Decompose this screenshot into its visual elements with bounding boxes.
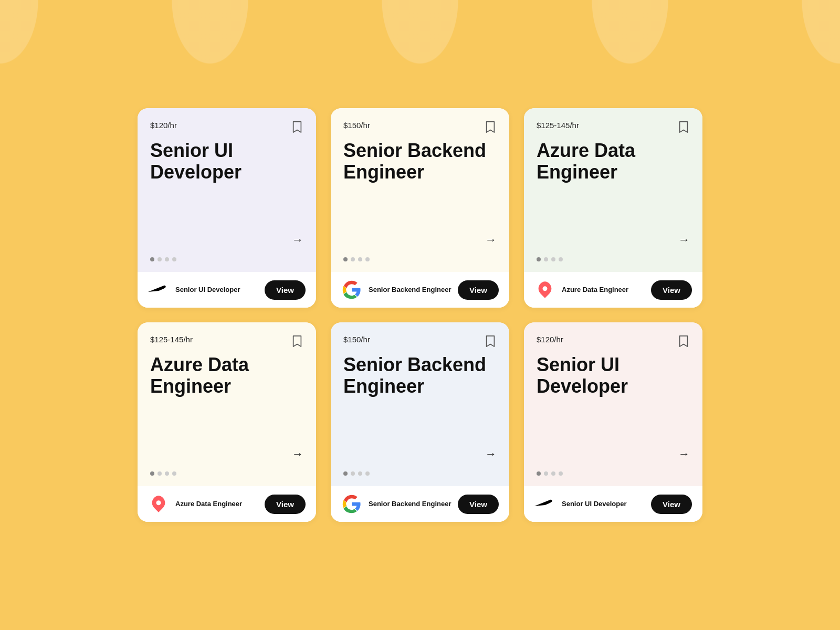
bookmark-icon[interactable]: [291, 335, 303, 348]
job-card-4: $125-145/hr Azure Data Engineer → Azure …: [138, 322, 316, 522]
dot-3: [365, 471, 370, 476]
company-info: Azure Data Engineer: [175, 500, 258, 509]
card-bottom: Senior UI Developer View: [524, 486, 702, 522]
company-logo: [148, 494, 169, 514]
bookmark-icon[interactable]: [677, 335, 690, 348]
arrow-icon[interactable]: →: [485, 233, 497, 247]
dot-0: [537, 257, 541, 261]
view-button[interactable]: View: [458, 495, 499, 514]
card-title: Azure Data Engineer: [150, 354, 303, 461]
card-title: Senior Backend Engineer: [343, 140, 497, 247]
dot-3: [559, 257, 563, 261]
dot-2: [358, 471, 362, 476]
card-title: Senior UI Developer: [150, 140, 303, 247]
job-card-5: $150/hr Senior Backend Engineer → Senior…: [331, 322, 509, 522]
card-dots: [343, 251, 497, 264]
dot-1: [351, 257, 355, 261]
arrow-icon[interactable]: →: [678, 447, 690, 461]
dot-1: [544, 257, 548, 261]
card-title: Senior Backend Engineer: [343, 354, 497, 461]
dot-0: [537, 471, 541, 476]
company-info: Senior UI Developer: [175, 286, 258, 295]
company-job-title: Senior UI Developer: [562, 500, 645, 509]
dot-0: [343, 257, 348, 261]
card-rate: $120/hr: [537, 335, 563, 344]
dot-3: [172, 471, 176, 476]
company-logo: [534, 494, 555, 514]
card-rate: $150/hr: [343, 121, 370, 130]
card-bottom: Senior UI Developer View: [138, 272, 316, 308]
company-info: Azure Data Engineer: [562, 286, 645, 295]
arrow-icon[interactable]: →: [292, 447, 303, 461]
job-card-3: $125-145/hr Azure Data Engineer → Azure …: [524, 108, 702, 308]
company-job-title: Azure Data Engineer: [562, 286, 645, 295]
card-rate: $125-145/hr: [537, 121, 579, 130]
company-job-title: Senior UI Developer: [175, 286, 258, 295]
card-header: $125-145/hr: [537, 121, 690, 133]
job-card-6: $120/hr Senior UI Developer → Senior UI …: [524, 322, 702, 522]
dot-2: [551, 471, 555, 476]
company-job-title: Senior Backend Engineer: [369, 286, 452, 295]
card-dots: [537, 465, 690, 478]
dot-2: [551, 257, 555, 261]
card-dots: [537, 251, 690, 264]
company-logo: [341, 279, 362, 300]
company-info: Senior Backend Engineer: [369, 286, 452, 295]
card-dots: [343, 465, 497, 478]
view-button[interactable]: View: [265, 280, 306, 300]
dot-3: [365, 257, 370, 261]
dot-3: [172, 257, 176, 261]
dot-1: [158, 257, 162, 261]
card-bottom: Azure Data Engineer View: [524, 272, 702, 308]
dot-0: [343, 471, 348, 476]
card-bottom: Senior Backend Engineer View: [331, 272, 509, 308]
job-card-1: $120/hr Senior UI Developer → Senior UI …: [138, 108, 316, 308]
card-bottom: Senior Backend Engineer View: [331, 486, 509, 522]
dot-1: [544, 471, 548, 476]
view-button[interactable]: View: [651, 280, 692, 300]
view-button[interactable]: View: [265, 495, 306, 514]
bookmark-icon[interactable]: [484, 121, 497, 133]
card-top: $125-145/hr Azure Data Engineer →: [524, 108, 702, 272]
dot-2: [165, 471, 169, 476]
card-rate: $120/hr: [150, 121, 177, 130]
arrow-icon[interactable]: →: [678, 233, 690, 247]
card-dots: [150, 465, 303, 478]
company-info: Senior Backend Engineer: [369, 500, 452, 509]
arrow-icon[interactable]: →: [292, 233, 303, 247]
card-header: $150/hr: [343, 335, 497, 348]
view-button[interactable]: View: [651, 495, 692, 514]
card-top: $120/hr Senior UI Developer →: [138, 108, 316, 272]
card-header: $125-145/hr: [150, 335, 303, 348]
card-bottom: Azure Data Engineer View: [138, 486, 316, 522]
dot-2: [358, 257, 362, 261]
job-cards-grid: $120/hr Senior UI Developer → Senior UI …: [138, 108, 702, 522]
card-header: $120/hr: [150, 121, 303, 133]
card-dots: [150, 251, 303, 264]
card-top: $150/hr Senior Backend Engineer →: [331, 322, 509, 486]
dot-1: [158, 471, 162, 476]
arrow-icon[interactable]: →: [485, 447, 497, 461]
bookmark-icon[interactable]: [291, 121, 303, 133]
dot-0: [150, 257, 154, 261]
company-logo: [341, 494, 362, 514]
card-top: $125-145/hr Azure Data Engineer →: [138, 322, 316, 486]
company-job-title: Senior Backend Engineer: [369, 500, 452, 509]
card-rate: $125-145/hr: [150, 335, 193, 344]
card-rate: $150/hr: [343, 335, 370, 344]
dot-2: [165, 257, 169, 261]
bookmark-icon[interactable]: [484, 335, 497, 348]
dot-1: [351, 471, 355, 476]
company-logo: [534, 279, 555, 300]
card-header: $120/hr: [537, 335, 690, 348]
dot-0: [150, 471, 154, 476]
card-top: $150/hr Senior Backend Engineer →: [331, 108, 509, 272]
dot-3: [559, 471, 563, 476]
view-button[interactable]: View: [458, 280, 499, 300]
bookmark-icon[interactable]: [677, 121, 690, 133]
company-info: Senior UI Developer: [562, 500, 645, 509]
job-card-2: $150/hr Senior Backend Engineer → Senior…: [331, 108, 509, 308]
card-top: $120/hr Senior UI Developer →: [524, 322, 702, 486]
card-header: $150/hr: [343, 121, 497, 133]
company-job-title: Azure Data Engineer: [175, 500, 258, 509]
